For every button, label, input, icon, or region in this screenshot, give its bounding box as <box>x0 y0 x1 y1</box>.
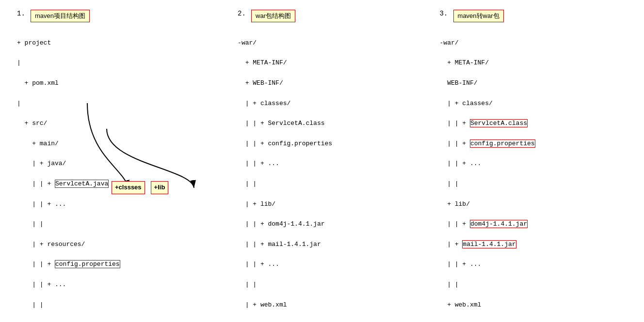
tree-line: + lib/ <box>440 200 470 208</box>
tree-line: | | <box>238 180 257 187</box>
tree-line: + META-INF/ <box>238 59 287 66</box>
tree-line: | + java/ <box>17 160 66 167</box>
section-3-tree: -war/ + META-INF/ WEB-INF/ | + classes/ … <box>440 28 627 322</box>
dom4j-highlight-3: dom4j-1.4.1.jar <box>470 220 528 228</box>
section-1-header: 1. maven项目结构图 <box>17 10 223 22</box>
tree-line: + main/ <box>17 140 59 147</box>
tree-line: | | + config.properties <box>440 139 535 148</box>
tree-line: | + mail-1.4.1.jar <box>440 240 516 248</box>
tree-line: + web.xml <box>440 301 482 308</box>
lib-button: +lib <box>151 181 169 194</box>
tree-line: | | + ... <box>17 200 66 208</box>
section-3-number: 3. <box>440 10 450 17</box>
section-3-header: 3. maven转war包 <box>440 10 627 22</box>
tree-line: | | + dom4j-1.4.1.jar <box>440 220 528 228</box>
classes-button: +clssses <box>112 181 145 194</box>
section-1: 1. maven项目结构图 + project | + pom.xml | + … <box>10 5 230 322</box>
config-properties-highlight: config.properties <box>55 260 120 268</box>
tree-line: | + resources/ <box>17 241 85 248</box>
section-2: 2. war包结构图 -war/ + META-INF/ + WEB-INF/ … <box>230 5 432 322</box>
section-1-tree: + project | + pom.xml | + src/ + main/ |… <box>17 28 223 322</box>
section-1-number: 1. <box>17 10 27 17</box>
tree-line: | | <box>440 281 459 288</box>
section-2-tree: -war/ + META-INF/ + WEB-INF/ | + classes… <box>238 28 425 322</box>
tree-line: | | + dom4j-1.4.1.jar <box>238 220 324 228</box>
tree-line: WEB-INF/ <box>440 79 478 87</box>
tree-line: | <box>17 59 21 66</box>
config-prop-highlight-3: config.properties <box>470 139 535 148</box>
mail-highlight-3: mail-1.4.1.jar <box>462 240 516 248</box>
tree-line: | | + config.properties <box>238 140 332 147</box>
tree-line: + src/ <box>17 120 47 127</box>
tree-line: | + classes/ <box>238 100 290 107</box>
tree-line: | | + mail-1.4.1.jar <box>238 241 321 248</box>
tree-line: | | + ... <box>440 160 482 167</box>
tree-line: + project <box>17 39 51 46</box>
tree-line: | | + ServlcetA.class <box>238 120 324 127</box>
section-2-title: war包结构图 <box>251 10 295 22</box>
tree-line: | | <box>238 281 257 288</box>
section-1-title: maven项目结构图 <box>31 10 90 22</box>
tree-line: | | <box>17 220 44 228</box>
tree-line: | | + ... <box>440 261 482 268</box>
tree-line: | | + ... <box>238 160 279 167</box>
tree-line: | <box>17 100 21 107</box>
servlet-class-highlight-3: ServlcetA.class <box>470 119 528 127</box>
tree-line: -war/ <box>440 39 459 46</box>
section-3: 3. maven转war包 -war/ + META-INF/ WEB-INF/… <box>433 5 634 322</box>
tree-line: | + web.xml <box>238 301 287 308</box>
servlet-java-highlight: ServlcetA.java <box>55 180 109 188</box>
tree-line: | | + ServlcetA.class <box>440 119 528 127</box>
tree-line: + pom.xml <box>17 79 59 87</box>
tree-line: + META-INF/ <box>440 59 489 66</box>
section-2-number: 2. <box>238 10 247 17</box>
tree-line: | + classes/ <box>440 100 493 107</box>
tree-line: | + lib/ <box>238 200 275 208</box>
tree-line: -war/ <box>238 39 257 46</box>
tree-line: | | + ... <box>238 261 279 268</box>
tree-line: | | <box>440 180 459 187</box>
tree-line: | | + config.properties <box>17 260 120 268</box>
tree-line: | | <box>17 301 44 308</box>
tree-line: + WEB-INF/ <box>238 79 283 87</box>
section-3-title: maven转war包 <box>453 10 504 22</box>
tree-line: | | + ServlcetA.java <box>17 180 109 188</box>
section-2-header: 2. war包结构图 <box>238 10 425 22</box>
annotation-buttons: +clssses +lib <box>112 181 168 194</box>
tree-line: | | + ... <box>17 281 66 288</box>
